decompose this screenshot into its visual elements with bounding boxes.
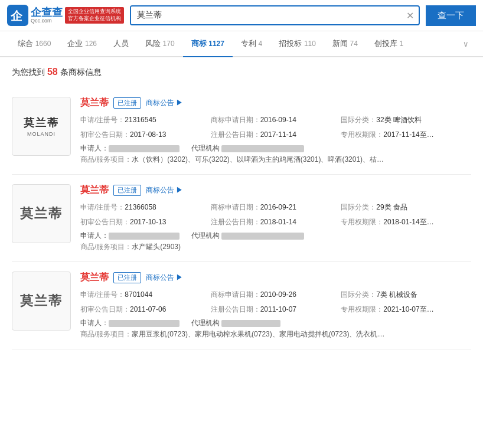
logo-text: 企查查 Qcc.com	[31, 7, 63, 24]
trademark-status-3: 已注册	[113, 272, 141, 283]
tm2-field-reg-date: 注册公告日期：2018-01-14	[211, 216, 341, 228]
search-input[interactable]	[131, 6, 402, 24]
tab-all[interactable]: 综合 1660	[9, 31, 59, 56]
tm2-field-reg-no: 申请/注册号：21366058	[80, 201, 211, 214]
tm2-field-validity: 专用权期限：2018-01-14至…	[341, 216, 471, 228]
logo-sub-text: Qcc.com	[31, 18, 63, 24]
svg-text:企: 企	[10, 9, 23, 22]
trademark-pub-link-2[interactable]: 商标公告 ▶	[146, 185, 183, 195]
trademark-goods-2: 商品/服务项目：水产罐头(2903)	[80, 242, 458, 252]
trademark-applicant-2: 申请人： 代理机构	[80, 231, 471, 241]
trademark-pub-link-1[interactable]: 商标公告 ▶	[146, 98, 183, 108]
tab-invest[interactable]: 创投库 1	[366, 31, 412, 56]
tm3-field-reg-no: 申请/注册号：8701044	[80, 289, 211, 301]
trademark-pub-link-3[interactable]: 商标公告 ▶	[146, 273, 183, 283]
logo-icon: 企	[7, 5, 28, 26]
tm2-field-intl-class: 国际分类：29类 食品	[341, 201, 471, 214]
header: 企 企查查 Qcc.com 全国企业信用查询系统 官方备案企业征信机构 ✕ 查一…	[0, 0, 483, 31]
tm1-field-reg-no: 申请/注册号：21316545	[80, 114, 211, 126]
logo-badge: 全国企业信用查询系统 官方备案企业征信机构	[65, 7, 124, 23]
trademark-info-2: 莫兰蒂 已注册 商标公告 ▶ 申请/注册号：21366058 商标申请日期：20…	[80, 184, 471, 252]
tm1-field-validity: 专用权期限：2017-11-14至…	[341, 129, 471, 141]
tm3-field-validity: 专用权期限：2021-10-07至…	[341, 303, 471, 316]
tab-bid[interactable]: 招投标 110	[270, 31, 324, 56]
trademark-name-3[interactable]: 莫兰蒂	[80, 272, 109, 284]
trademark-title-row-2: 莫兰蒂 已注册 商标公告 ▶	[80, 184, 471, 197]
tab-risk[interactable]: 风险 170	[137, 31, 183, 56]
tm3-field-intl-class: 国际分类：7类 机械设备	[341, 289, 471, 301]
tab-company[interactable]: 企业 126	[59, 31, 105, 56]
main-content: 为您找到 58 条商标信息 莫兰蒂 MOLANDI 莫兰蒂 已注册 商标公告 ▶…	[0, 57, 483, 359]
result-summary: 为您找到 58 条商标信息	[12, 67, 471, 78]
search-bar: ✕	[130, 5, 420, 25]
tab-patent[interactable]: 专利 4	[233, 31, 270, 56]
logo-area: 企 企查查 Qcc.com 全国企业信用查询系统 官方备案企业征信机构	[7, 5, 124, 26]
search-clear-icon[interactable]: ✕	[402, 10, 419, 21]
trademark-logo-2: 莫兰蒂	[12, 184, 71, 243]
tm3-field-prelim-date: 初审公告日期：2011-07-06	[80, 303, 211, 316]
tm2-field-prelim-date: 初审公告日期：2017-10-13	[80, 216, 211, 228]
trademark-name-1[interactable]: 莫兰蒂	[80, 97, 109, 109]
tab-person[interactable]: 人员	[105, 31, 137, 56]
trademark-applicant-1: 申请人： 代理机构	[80, 143, 471, 153]
trademark-status-2: 已注册	[113, 185, 141, 196]
trademark-grid-1: 申请/注册号：21316545 商标申请日期：2016-09-14 国际分类：3…	[80, 114, 471, 141]
tm1-field-apply-date: 商标申请日期：2016-09-14	[211, 114, 341, 126]
tm2-field-apply-date: 商标申请日期：2016-09-21	[211, 201, 341, 214]
logo-main-text: 企查查	[31, 7, 63, 18]
tm3-field-apply-date: 商标申请日期：2010-09-26	[211, 289, 341, 301]
trademark-grid-2: 申请/注册号：21366058 商标申请日期：2016-09-21 国际分类：2…	[80, 201, 471, 228]
trademark-card-3: 莫兰蒂 莫兰蒂 已注册 商标公告 ▶ 申请/注册号：8701044 商标申请日期…	[12, 262, 471, 349]
tm1-field-reg-date: 注册公告日期：2017-11-14	[211, 129, 341, 141]
trademark-grid-3: 申请/注册号：8701044 商标申请日期：2010-09-26 国际分类：7类…	[80, 289, 471, 316]
trademark-goods-3: 商品/服务项目：家用豆浆机(0723)、家用电动榨水果机(0723)、家用电动搅…	[80, 329, 458, 339]
tab-news[interactable]: 新闻 74	[324, 31, 366, 56]
trademark-status-1: 已注册	[113, 97, 141, 109]
tm1-field-intl-class: 国际分类：32类 啤酒饮料	[341, 114, 471, 126]
nav-more-icon[interactable]: ∨	[458, 32, 474, 55]
trademark-logo-1: 莫兰蒂 MOLANDI	[12, 97, 71, 156]
nav-tabs: 综合 1660 企业 126 人员 风险 170 商标 1127 专利 4 招投…	[0, 31, 483, 57]
trademark-info-1: 莫兰蒂 已注册 商标公告 ▶ 申请/注册号：21316545 商标申请日期：20…	[80, 97, 471, 165]
trademark-goods-1: 商品/服务项目：水（饮料）(3202)、可乐(3202)、以啤酒为主的鸡尾酒(3…	[80, 155, 458, 165]
tm3-field-reg-date: 注册公告日期：2011-10-07	[211, 303, 341, 316]
trademark-logo-3: 莫兰蒂	[12, 272, 71, 331]
tm1-field-prelim-date: 初审公告日期：2017-08-13	[80, 129, 211, 141]
search-button[interactable]: 查一下	[426, 5, 476, 26]
trademark-card-1: 莫兰蒂 MOLANDI 莫兰蒂 已注册 商标公告 ▶ 申请/注册号：213165…	[12, 87, 471, 175]
trademark-title-row-3: 莫兰蒂 已注册 商标公告 ▶	[80, 272, 471, 284]
trademark-applicant-3: 申请人： 代理机构	[80, 318, 471, 328]
trademark-title-row-1: 莫兰蒂 已注册 商标公告 ▶	[80, 97, 471, 109]
tab-trademark[interactable]: 商标 1127	[183, 31, 233, 56]
trademark-card-2: 莫兰蒂 莫兰蒂 已注册 商标公告 ▶ 申请/注册号：21366058 商标申请日…	[12, 175, 471, 262]
trademark-name-2[interactable]: 莫兰蒂	[80, 184, 109, 197]
trademark-info-3: 莫兰蒂 已注册 商标公告 ▶ 申请/注册号：8701044 商标申请日期：201…	[80, 272, 471, 339]
